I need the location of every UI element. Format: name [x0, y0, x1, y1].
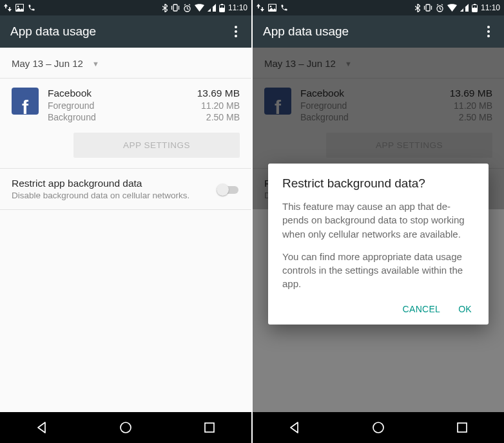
app-bar: App data usage — [0, 15, 251, 48]
nav-back-button[interactable] — [34, 419, 50, 436]
nav-recents-button[interactable] — [201, 419, 218, 436]
svg-point-16 — [121, 422, 131, 433]
content-area: May 13 – Jun 12 ▼ f Facebook 13.69 MB Fo… — [0, 48, 251, 412]
nav-home-button[interactable] — [117, 419, 134, 436]
date-range-label: May 13 – Jun 12 — [12, 58, 83, 69]
vibrate-icon — [171, 4, 180, 12]
dialog-body-1: This feature may cause an app that de-pe… — [282, 200, 474, 241]
foreground-value: 11.20 MB — [201, 100, 240, 111]
battery-charging-icon — [219, 4, 225, 12]
phone-icon — [28, 4, 35, 12]
svg-line-28 — [437, 4, 438, 5]
svg-point-21 — [270, 6, 272, 8]
cell-signal-icon — [460, 4, 469, 12]
page-title: App data usage — [10, 24, 96, 39]
foreground-label: Foreground — [48, 100, 94, 111]
app-total-usage: 13.69 MB — [197, 88, 240, 99]
alarm-icon — [436, 4, 444, 12]
date-range-selector[interactable]: May 13 – Jun 12 ▼ — [0, 48, 251, 78]
chevron-down-icon: ▼ — [92, 60, 99, 68]
svg-rect-4 — [173, 5, 177, 11]
dialog-title: Restrict background data? — [282, 176, 474, 191]
svg-rect-31 — [474, 4, 476, 5]
restrict-subtitle: Disable background data on cellular netw… — [12, 191, 189, 200]
overflow-menu-button[interactable] — [228, 24, 244, 39]
restrict-toggle[interactable] — [217, 183, 240, 196]
svg-line-9 — [187, 8, 188, 9]
picture-icon — [268, 4, 276, 12]
svg-line-27 — [440, 8, 441, 9]
status-bar: 11:10 — [253, 0, 504, 15]
svg-marker-19 — [260, 7, 264, 12]
facebook-app-icon: f — [12, 88, 39, 115]
overflow-menu-button[interactable] — [481, 24, 496, 39]
bluetooth-icon — [162, 4, 168, 12]
svg-rect-17 — [205, 423, 214, 432]
background-value: 2.50 MB — [206, 112, 240, 122]
svg-line-11 — [189, 4, 190, 5]
dialog-cancel-button[interactable]: CANCEL — [403, 304, 441, 314]
wifi-icon — [195, 4, 204, 12]
background-label: Background — [48, 112, 96, 122]
app-settings-button[interactable]: APP SETTINGS — [73, 133, 240, 158]
app-name: Facebook — [48, 88, 92, 99]
app-usage-row: f Facebook 13.69 MB Foreground 11.20 MB … — [0, 79, 251, 129]
phone-right: 11:10 App data usage May 13 – Jun 12 ▼ f… — [253, 0, 504, 443]
network-activity-icon — [4, 4, 12, 12]
navigation-bar — [0, 412, 251, 443]
cell-signal-icon — [208, 4, 216, 12]
network-activity-icon — [257, 4, 264, 12]
svg-rect-13 — [221, 4, 223, 5]
phone-left: 11:10 App data usage May 13 – Jun 12 ▼ f… — [0, 0, 251, 443]
battery-charging-icon — [472, 4, 478, 12]
status-time: 11:10 — [481, 3, 500, 12]
svg-rect-22 — [426, 5, 430, 11]
alarm-icon — [183, 4, 191, 12]
divider — [0, 209, 251, 210]
bluetooth-icon — [415, 4, 420, 12]
restrict-dialog: Restrict background data? This feature m… — [268, 164, 489, 325]
svg-point-34 — [373, 422, 383, 433]
dialog-ok-button[interactable]: OK — [458, 304, 472, 314]
nav-recents-button[interactable] — [454, 419, 470, 436]
svg-marker-0 — [4, 4, 8, 8]
page-title: App data usage — [263, 24, 349, 39]
nav-back-button[interactable] — [286, 419, 303, 436]
app-bar: App data usage — [253, 15, 504, 48]
svg-line-29 — [441, 4, 443, 5]
restrict-background-row[interactable]: Restrict app background data Disable bac… — [0, 169, 251, 209]
svg-line-10 — [184, 4, 186, 5]
restrict-title: Restrict app background data — [12, 178, 189, 189]
svg-point-3 — [17, 6, 19, 8]
nav-home-button[interactable] — [370, 419, 387, 436]
vibrate-icon — [423, 4, 432, 12]
svg-rect-35 — [458, 423, 467, 432]
phone-icon — [280, 4, 288, 12]
picture-icon — [15, 4, 24, 12]
dialog-body-2: You can find more appropriate data usage… — [282, 250, 474, 291]
svg-marker-1 — [8, 7, 12, 12]
svg-marker-18 — [257, 4, 260, 8]
navigation-bar — [253, 412, 504, 443]
wifi-icon — [447, 4, 457, 12]
status-time: 11:10 — [228, 3, 247, 12]
status-bar: 11:10 — [0, 0, 251, 15]
